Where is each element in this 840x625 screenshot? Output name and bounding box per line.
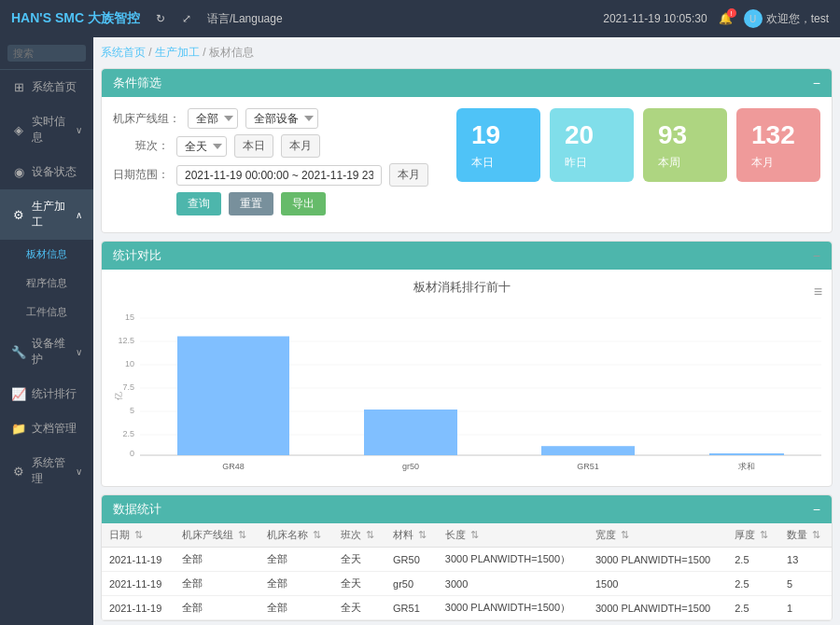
user-info[interactable]: U 欢迎您，test bbox=[744, 9, 829, 28]
table-panel-toggle-icon[interactable]: − bbox=[813, 502, 820, 517]
reset-button[interactable]: 重置 bbox=[229, 192, 273, 215]
chart-area: 15 12.5 10 7.5 5 2.5 0 亿 bbox=[111, 309, 822, 477]
sort-icon-shift: ⇅ bbox=[366, 529, 374, 540]
machine-select[interactable]: 全部设备 bbox=[245, 108, 318, 129]
table-header: 日期 ⇅ 机床产线组 ⇅ 机床名称 ⇅ bbox=[102, 523, 832, 548]
filter-panel-title: 条件筛选 bbox=[113, 75, 161, 91]
sidebar-item-dashboard[interactable]: ⊞ 系统首页 bbox=[0, 70, 93, 104]
breadcrumb: 系统首页 / 生产加工 / 板材信息 bbox=[101, 45, 833, 61]
svg-text:12.5: 12.5 bbox=[118, 336, 134, 345]
cell-count: 1 bbox=[779, 596, 832, 620]
table-row: 2021-11-19 全部 全部 全天 GR51 3000 PLANWIDTH=… bbox=[102, 596, 832, 620]
col-count[interactable]: 数量 ⇅ bbox=[779, 523, 832, 548]
table-row: 2021-11-19 全部 全部 全天 gr50 3000 1500 2.5 5 bbox=[102, 572, 832, 596]
stat-cards: 19 本日 20 昨日 93 本周 bbox=[456, 108, 820, 182]
stat-label-week: 本周 bbox=[658, 155, 712, 171]
refresh-icon[interactable]: ↻ bbox=[151, 9, 170, 28]
sub-item-label: 程序信息 bbox=[26, 276, 67, 290]
sidebar-item-label: 设备状态 bbox=[32, 164, 82, 180]
this-month-button[interactable]: 本月 bbox=[389, 163, 428, 187]
equipment-status-icon: ◉ bbox=[11, 165, 26, 179]
bar-sum bbox=[709, 453, 784, 455]
sidebar-sub-panel-info[interactable]: 板材信息 bbox=[0, 240, 93, 269]
language-button[interactable]: 语言/Language bbox=[207, 11, 283, 27]
cell-machine: 全部 bbox=[259, 548, 333, 572]
col-machine-group[interactable]: 机床产线组 ⇅ bbox=[175, 523, 259, 548]
cell-width: 3000 PLANWIDTH=1500 bbox=[588, 548, 727, 572]
cell-length: 3000 PLANWIDTH=1500） bbox=[438, 596, 588, 620]
realtime-icon: ◈ bbox=[11, 123, 26, 137]
main-content: 系统首页 / 生产加工 / 板材信息 条件筛选 − 机床产线组： 全部 bbox=[93, 37, 840, 625]
production-icon: ⚙ bbox=[11, 208, 26, 222]
sidebar-item-label: 系统管理 bbox=[32, 455, 70, 487]
sidebar-sub-work-info[interactable]: 工件信息 bbox=[0, 298, 93, 326]
files-icon: 📁 bbox=[11, 422, 26, 436]
filter-row-shift: 班次： 全天 本日 本月 bbox=[113, 134, 428, 158]
chart-menu-icon[interactable]: − bbox=[813, 248, 820, 263]
table-row: 2021-11-19 全部 全部 全天 GR50 3000 PLANWIDTH=… bbox=[102, 548, 832, 572]
cell-thickness: 2.5 bbox=[727, 548, 779, 572]
cell-width: 3000 PLANWIDTH=1500 bbox=[588, 596, 727, 620]
sort-icon-date: ⇅ bbox=[134, 529, 143, 540]
col-machine[interactable]: 机床名称 ⇅ bbox=[259, 523, 333, 548]
month-button[interactable]: 本月 bbox=[281, 134, 320, 158]
machine-type-label: 机床产线组： bbox=[113, 111, 180, 127]
cell-shift: 全天 bbox=[333, 596, 385, 620]
bar-GR51 bbox=[541, 446, 635, 455]
system-icon: ⚙ bbox=[11, 465, 26, 479]
panel-toggle-icon[interactable]: − bbox=[813, 76, 820, 90]
search-button[interactable]: 查询 bbox=[176, 192, 221, 215]
chart-panel-title: 统计对比 bbox=[113, 247, 161, 264]
export-button[interactable]: 导出 bbox=[281, 192, 326, 215]
sidebar-item-equipment-status[interactable]: ◉ 设备状态 bbox=[0, 155, 93, 189]
stat-card-yesterday: 20 昨日 bbox=[550, 108, 634, 182]
sidebar-item-equipment-maintain[interactable]: 🔧 设备维护 ∨ bbox=[0, 326, 93, 377]
chart-options-icon[interactable]: ≡ bbox=[814, 284, 822, 300]
sidebar-item-realtime[interactable]: ◈ 实时信息 ∨ bbox=[0, 104, 93, 155]
cell-date: 2021-11-19 bbox=[102, 596, 175, 620]
sidebar-sub-process-info[interactable]: 程序信息 bbox=[0, 269, 93, 298]
cell-count: 13 bbox=[779, 548, 832, 572]
col-width[interactable]: 宽度 ⇅ bbox=[588, 523, 727, 548]
bar-gr50 bbox=[364, 410, 457, 455]
date-range-input[interactable] bbox=[176, 165, 382, 186]
stat-card-month: 132 本月 bbox=[736, 108, 820, 182]
chart-title: 板材消耗排行前十 bbox=[111, 279, 814, 296]
col-shift[interactable]: 班次 ⇅ bbox=[333, 523, 385, 548]
cell-shift: 全天 bbox=[333, 548, 385, 572]
sidebar-item-system[interactable]: ⚙ 系统管理 ∨ bbox=[0, 446, 93, 496]
data-table-panel: 数据统计 − 日期 ⇅ 机床产线组 ⇅ bbox=[101, 494, 833, 621]
breadcrumb-home[interactable]: 系统首页 bbox=[101, 46, 146, 59]
col-length[interactable]: 长度 ⇅ bbox=[438, 523, 588, 548]
search-input[interactable] bbox=[7, 45, 86, 62]
fullscreen-icon[interactable]: ⤢ bbox=[177, 9, 196, 28]
col-date[interactable]: 日期 ⇅ bbox=[102, 523, 175, 548]
breadcrumb-production[interactable]: 生产加工 bbox=[155, 46, 200, 59]
chart-panel: 统计对比 − 板材消耗排行前十 ≡ 15 12.5 10 7.5 5 bbox=[101, 241, 833, 487]
breadcrumb-current: 板材信息 bbox=[209, 46, 254, 59]
app-body: ⊞ 系统首页 ◈ 实时信息 ∨ ◉ 设备状态 ⚙ 生产加工 ∧ 板材信息 程序信… bbox=[0, 37, 840, 625]
header-left: HAN'S SMC 大族智控 ↻ ⤢ 语言/Language bbox=[11, 9, 283, 28]
shift-select[interactable]: 全天 bbox=[176, 136, 227, 157]
chevron-down-icon: ∨ bbox=[76, 466, 82, 477]
sidebar-item-files[interactable]: 📁 文档管理 bbox=[0, 411, 93, 446]
machine-type-select[interactable]: 全部 bbox=[188, 108, 238, 129]
today-button[interactable]: 本日 bbox=[234, 134, 273, 158]
sidebar-item-production[interactable]: ⚙ 生产加工 ∧ bbox=[0, 189, 93, 240]
sidebar-item-label: 统计排行 bbox=[32, 386, 82, 402]
chevron-down-icon: ∨ bbox=[76, 125, 82, 135]
svg-text:GR48: GR48 bbox=[222, 462, 245, 471]
sort-icon-material: ⇅ bbox=[418, 529, 427, 540]
col-material[interactable]: 材料 ⇅ bbox=[385, 523, 438, 548]
notification-icon[interactable]: 🔔 ! bbox=[719, 12, 733, 25]
cell-count: 5 bbox=[779, 572, 832, 596]
svg-text:0: 0 bbox=[130, 449, 134, 458]
sidebar-item-statistics[interactable]: 📈 统计排行 bbox=[0, 377, 93, 411]
stat-label-yesterday: 昨日 bbox=[565, 155, 619, 171]
sort-icon-length: ⇅ bbox=[470, 529, 479, 540]
bar-GR48 bbox=[177, 337, 289, 456]
col-thickness[interactable]: 厚度 ⇅ bbox=[727, 523, 779, 548]
cell-shift: 全天 bbox=[333, 572, 385, 596]
chart-svg: 15 12.5 10 7.5 5 2.5 0 亿 bbox=[111, 309, 822, 477]
app-logo: HAN'S SMC 大族智控 bbox=[11, 10, 140, 27]
